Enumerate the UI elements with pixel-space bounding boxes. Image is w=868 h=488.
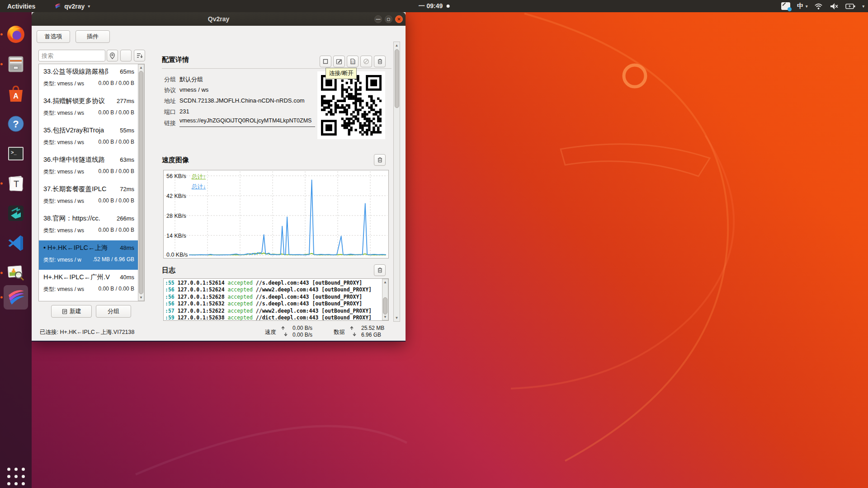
server-list-item[interactable]: 38.官网：https://cc.266ms类型: vmess / ws0.00…	[39, 211, 138, 240]
edit-json-button[interactable]: {;}	[347, 56, 359, 67]
server-latency: 63ms	[120, 156, 134, 163]
server-list-item[interactable]: H+.HK←IPLC←广州.V40ms类型: vmess / ws0.00 B …	[39, 270, 138, 299]
speed-label: 速度	[265, 328, 276, 336]
app-menu[interactable]: qv2ray ▾	[52, 0, 92, 12]
sort-button[interactable]	[134, 50, 145, 61]
activities-button[interactable]: Activities	[5, 0, 37, 12]
connect-disconnect-button[interactable]	[320, 56, 331, 67]
server-list-item[interactable]: 36.中继中转隧道线路63ms类型: vmess / ws0.00 B / 0.…	[39, 152, 138, 182]
input-method-menu[interactable]: 中 ▾	[797, 2, 808, 10]
server-list-item[interactable]: 35.包括V2ray和Troja55ms类型: vmess / ws0.00 B…	[39, 123, 138, 152]
location-ping-button[interactable]	[107, 50, 118, 61]
vscode-icon	[7, 234, 25, 252]
delete-config-button[interactable]	[374, 56, 386, 67]
firefox-icon	[6, 24, 26, 44]
dock-item-firefox[interactable]	[4, 22, 28, 47]
server-list-item[interactable]: 34.捐赠解锁更多协议277ms类型: vmess / ws0.00 B / 0…	[39, 94, 138, 123]
scroll-up-icon[interactable]: ▲	[394, 43, 400, 47]
new-config-button[interactable]: 新建	[51, 305, 92, 318]
qv2ray-icon	[6, 287, 26, 307]
data-label: 数据	[334, 328, 345, 336]
scroll-down-icon[interactable]: ▼	[138, 296, 144, 300]
plugins-label: 插件	[87, 33, 99, 41]
group-field-value: 默认分组	[179, 75, 203, 84]
link-field-input[interactable]: vmess://eyJhZGQiOiJTQ0ROLjcyMTM4LkpNT0ZM…	[179, 117, 315, 127]
dock-item-ubuntu-software[interactable]: A	[4, 82, 28, 106]
search-input[interactable]	[38, 50, 105, 61]
edit-config-button[interactable]	[333, 56, 345, 67]
running-indicator	[0, 63, 3, 66]
connect-disconnect-tooltip: 连接/断开	[326, 68, 357, 79]
image-viewer-icon	[6, 263, 26, 283]
dock-item-image-viewer[interactable]	[4, 261, 28, 285]
server-list-item[interactable]: 37.长期套餐覆盖IPLC72ms类型: vmess / ws0.00 B / …	[39, 182, 138, 211]
y-tick-56: 56 KB/s	[166, 173, 186, 179]
show-applications-button[interactable]	[5, 465, 27, 487]
minimize-button[interactable]: —	[374, 15, 382, 23]
test-latency-button[interactable]	[360, 56, 372, 67]
log-line: :57 127.0.0.1:52622 accepted //www2.deep…	[164, 308, 388, 314]
input-method-label: 中	[797, 2, 803, 10]
server-list-item[interactable]: • H+.HK←IPLC←上海48ms类型: vmess / w.52 MB /…	[39, 240, 138, 270]
legend-total-down[interactable]: 总计↓	[192, 183, 206, 191]
server-list-item[interactable]: H+.HK←IPLC←	[39, 299, 138, 301]
window-titlebar[interactable]: Qv2ray — ▢ ✕	[32, 12, 406, 26]
wifi-icon[interactable]	[814, 3, 823, 10]
clear-chart-button[interactable]	[374, 154, 386, 166]
dock-item-qv2ray[interactable]	[4, 285, 28, 310]
maximize-button[interactable]: ▢	[385, 15, 392, 23]
server-data: 0.00 B / 0.00 B	[99, 139, 134, 146]
help-icon: ?	[6, 114, 25, 133]
dock-item-file-manager[interactable]	[4, 52, 28, 76]
plugins-button[interactable]: 插件	[75, 30, 110, 43]
scrollbar-thumb[interactable]	[383, 297, 387, 314]
port-field-value: 231	[179, 108, 189, 115]
group-label: 分组	[108, 307, 119, 315]
server-data: .52 MB / 6.96 GB	[93, 256, 134, 264]
legend-total-up[interactable]: 总计↑	[192, 173, 206, 181]
main-scrollbar[interactable]: ▲ ▼	[393, 42, 400, 322]
log-lines: :55 127.0.0.1:52614 accepted //s.deepl.c…	[164, 279, 388, 321]
trash-icon	[377, 267, 383, 273]
preferences-button[interactable]: 首选项	[37, 30, 70, 43]
dock-item-vscode[interactable]	[4, 231, 28, 255]
scrollbar-thumb[interactable]	[139, 71, 143, 294]
blocked-circle-icon	[363, 58, 369, 65]
clear-log-button[interactable]	[374, 264, 386, 276]
server-type: 类型: vmess / ws	[43, 139, 84, 146]
dock-item-help[interactable]: ?	[4, 112, 28, 136]
scroll-up-icon[interactable]: ▲	[138, 66, 144, 70]
server-list-item[interactable]: 33.公益等级線路嚴格阝65ms类型: vmess / ws0.00 B / 0…	[39, 64, 138, 94]
server-list-rows: 33.公益等级線路嚴格阝65ms类型: vmess / ws0.00 B / 0…	[39, 64, 138, 301]
battery-icon[interactable]	[845, 3, 855, 9]
server-list-scrollbar[interactable]: ▲ ▼	[138, 64, 144, 301]
scrollbar-thumb[interactable]	[395, 49, 399, 108]
server-data: 0.00 B / 0.00 B	[99, 227, 134, 235]
dock: A ? >_ T	[0, 12, 32, 488]
system-menu-caret-icon[interactable]: ▾	[862, 4, 864, 9]
dock-item-terminal[interactable]: >_	[4, 141, 28, 166]
log-panel: :55 127.0.0.1:52614 accepted //s.deepl.c…	[163, 278, 389, 321]
volume-muted-icon[interactable]	[830, 3, 839, 10]
edit-pencil-icon	[336, 58, 342, 65]
group-button[interactable]: 分组	[96, 305, 131, 318]
server-latency: 65ms	[120, 68, 134, 75]
server-data: 0.00 B / 0.00 B	[99, 109, 134, 117]
screenshot-indicator-icon[interactable]	[781, 2, 790, 10]
scroll-down-icon[interactable]: ▼	[394, 316, 400, 320]
close-button[interactable]: ✕	[395, 15, 403, 23]
dock-item-text-editor[interactable]: T	[4, 171, 28, 196]
server-type: 类型: vmess / ws	[43, 286, 84, 293]
log-scrollbar[interactable]: ▲ ▼	[382, 279, 388, 320]
divider	[162, 68, 392, 69]
scroll-up-icon[interactable]: ▲	[382, 280, 388, 284]
clear-search-button[interactable]	[120, 50, 132, 61]
text-editor-icon: T	[6, 174, 25, 193]
clock[interactable]: 一 09:49	[419, 2, 450, 10]
scroll-down-icon[interactable]: ▼	[382, 315, 388, 319]
new-document-icon	[62, 309, 67, 314]
server-data: 0.00 B / 0.00 B	[99, 286, 134, 293]
status-bar: 已连接: H+.HK←IPLC←上海.VI72138 速度 0.00 B/s 0…	[32, 321, 406, 342]
dock-item-remmina[interactable]	[4, 201, 28, 225]
server-name: • H+.HK←IPLC←上海	[43, 244, 108, 252]
